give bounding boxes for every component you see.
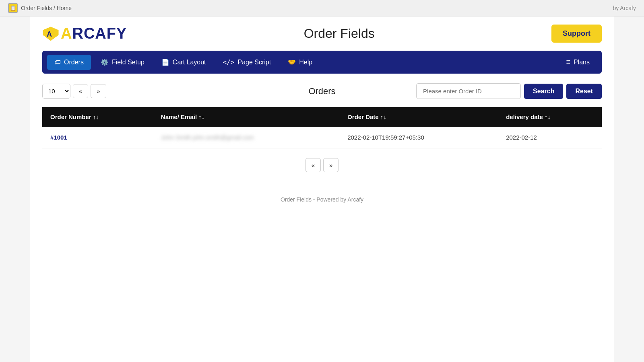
orders-icon: 🏷 (54, 59, 61, 66)
per-page-select[interactable]: 10 25 50 100 (42, 84, 70, 99)
delivery-date-cell: 2022-02-12 (498, 127, 602, 148)
table-row: #1001John Smith john.smith@gmail.com2022… (42, 127, 602, 148)
controls-row: 10 25 50 100 « » Orders Search Reset (42, 83, 602, 99)
prev-page-button[interactable]: « (73, 84, 88, 98)
header: A ARCAFY Order Fields Support (42, 25, 602, 43)
footer-text: Order Fields - Powered by Arcafy (281, 196, 363, 203)
breadcrumb-text: Order Fields / Home (21, 5, 72, 11)
field-setup-label: Field Setup (112, 59, 144, 66)
name-email-cell: John Smith john.smith@gmail.com (153, 127, 339, 148)
order-date-cell: 2022-02-10T19:59:27+05:30 (339, 127, 498, 148)
table-header-row: Order Number ↑↓ Name/ Email ↑↓ Order Dat… (42, 107, 602, 127)
footer: Order Fields - Powered by Arcafy (42, 188, 602, 211)
page-script-icon: </> (223, 58, 235, 66)
help-icon: 🤝 (288, 58, 296, 66)
bottom-prev-button[interactable]: « (305, 158, 321, 172)
field-setup-icon: ⚙️ (101, 58, 109, 66)
col-delivery-date[interactable]: delivery date ↑↓ (498, 107, 602, 127)
support-button[interactable]: Support (551, 25, 602, 43)
bottom-next-button[interactable]: » (323, 158, 339, 172)
breadcrumb-icon: 📋 (8, 3, 18, 13)
page-script-label: Page Script (237, 59, 271, 66)
col-order-date[interactable]: Order Date ↑↓ (339, 107, 498, 127)
nav-item-cart-layout[interactable]: 📄 Cart Layout (154, 54, 213, 70)
table-header: Order Number ↑↓ Name/ Email ↑↓ Order Dat… (42, 107, 602, 127)
reset-button[interactable]: Reset (566, 84, 602, 99)
controls-right: Search Reset (416, 83, 602, 99)
page-title: Order Fields (304, 26, 375, 41)
logo-rest: RCAFY (72, 25, 127, 42)
col-name-email[interactable]: Name/ Email ↑↓ (153, 107, 339, 127)
orders-section-heading: Orders (308, 86, 335, 97)
orders-label: Orders (64, 59, 84, 66)
nav-item-orders[interactable]: 🏷 Orders (47, 55, 91, 70)
orders-table: Order Number ↑↓ Name/ Email ↑↓ Order Dat… (42, 107, 602, 148)
search-button[interactable]: Search (524, 84, 563, 99)
nav-item-page-script[interactable]: </> Page Script (216, 54, 279, 70)
next-page-button[interactable]: » (91, 84, 106, 98)
main-container: A ARCAFY Order Fields Support 🏷 Orders ⚙… (30, 16, 614, 362)
logo-text: ARCAFY (61, 25, 127, 42)
cart-layout-label: Cart Layout (173, 59, 206, 66)
order-number-link[interactable]: #1001 (50, 134, 67, 141)
order-number-cell[interactable]: #1001 (42, 127, 153, 148)
bottom-pagination: « » (42, 158, 602, 172)
logo-shield-icon: A (42, 26, 59, 41)
nav-items-left: 🏷 Orders ⚙️ Field Setup 📄 Cart Layout </… (47, 54, 320, 70)
order-id-search-input[interactable] (416, 83, 521, 99)
breadcrumb-bar: 📋 Order Fields / Home by Arcafy (0, 0, 644, 16)
col-order-number[interactable]: Order Number ↑↓ (42, 107, 153, 127)
nav-bar: 🏷 Orders ⚙️ Field Setup 📄 Cart Layout </… (42, 51, 602, 74)
cart-layout-icon: 📄 (161, 58, 169, 66)
svg-text:A: A (47, 30, 52, 38)
plans-label: Plans (574, 59, 590, 66)
logo-a: A (61, 25, 72, 42)
by-arcafy-text: by Arcafy (613, 5, 636, 11)
breadcrumb: 📋 Order Fields / Home (8, 3, 72, 13)
help-label: Help (299, 59, 312, 66)
controls-left: 10 25 50 100 « » (42, 84, 106, 99)
nav-item-field-setup[interactable]: ⚙️ Field Setup (93, 54, 152, 70)
logo: A ARCAFY (42, 25, 127, 42)
nav-item-help[interactable]: 🤝 Help (281, 54, 320, 70)
plans-list-icon: ≡ (566, 58, 570, 66)
nav-plans[interactable]: ≡ Plans (559, 54, 597, 70)
table-body: #1001John Smith john.smith@gmail.com2022… (42, 127, 602, 148)
